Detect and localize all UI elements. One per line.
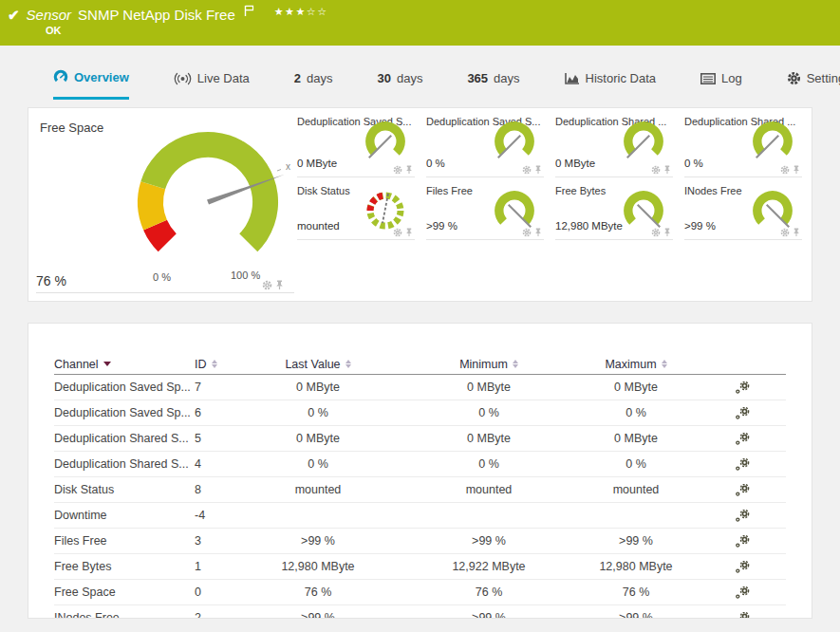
mini-gauge-dedup-saved-space[interactable]: Deduplication Saved S... 0 MByte [297,108,415,177]
free-space-gauge-value: 76 % [36,273,66,288]
cell-id: 3 [195,534,252,548]
table-row[interactable]: Downtime -4 [54,503,786,529]
gauge-gear-icon[interactable] [651,228,661,237]
table-row[interactable]: Deduplication Saved Sp... 7 0 MByte 0 MB… [54,375,786,400]
mini-gauge-dial [751,189,794,232]
tab-overview[interactable]: Overview [53,57,129,100]
column-header-last-value[interactable]: Last Value [252,358,384,371]
table-row[interactable]: Free Space 0 76 % 76 % 76 % [54,580,786,605]
channel-settings-icon[interactable] [735,381,750,394]
gauges-panel: Free Space x 0 % 100 % 76 % Deduplicatio… [28,107,812,302]
cell-last-value: 0 % [308,406,328,419]
column-header-minimum[interactable]: Minimum [384,358,593,371]
tab-live-data[interactable]: Live Data [174,57,250,100]
tab-2-days[interactable]: 2 days [294,57,333,100]
channel-settings-icon[interactable] [735,433,750,445]
table-row[interactable]: Deduplication Saved Sp... 6 0 % 0 % 0 % [54,400,786,426]
priority-stars[interactable]: ★★★☆☆ [274,6,328,18]
channel-settings-icon[interactable] [735,458,750,471]
gauge-pin-icon[interactable] [405,165,413,175]
column-header-id[interactable]: ID [195,358,252,371]
channel-settings-icon[interactable] [735,484,750,496]
column-header-channel[interactable]: Channel [54,358,195,371]
table-row[interactable]: Deduplication Shared S... 5 0 MByte 0 MB… [54,426,786,452]
cell-maximum: 0 MByte [614,432,658,445]
column-header-last-value-label: Last Value [285,358,340,371]
cell-channel[interactable]: Files Free [54,534,195,548]
mini-gauge-value: 0 % [684,158,703,169]
gauge-gear-icon[interactable] [393,228,402,237]
cell-channel[interactable]: Deduplication Saved Sp... [54,406,195,419]
cell-maximum: 12,980 MByte [599,560,672,573]
column-header-channel-label: Channel [54,358,99,371]
channel-settings-icon[interactable] [735,510,750,522]
cell-last-value: 76 % [305,586,332,599]
mini-gauge-dedup-shared-percent[interactable]: Deduplication Shared ... 0 % [684,108,802,177]
gauge-pin-icon[interactable] [793,165,800,175]
mini-gauge-inodes-free[interactable]: INodes Free >99 % [684,177,802,240]
mini-gauge-files-free[interactable]: Files Free >99 % [426,177,544,240]
cell-maximum: 0 MByte [614,381,658,394]
cell-channel[interactable]: Deduplication Shared S... [54,457,195,471]
gauge-pin-icon[interactable] [275,280,284,290]
cell-channel[interactable]: INodes Free [54,611,195,619]
tab-log[interactable]: Log [700,57,742,100]
mini-gauge-value: >99 % [684,220,716,232]
tab-historic-data[interactable]: Historic Data [565,57,656,100]
mini-gauge-disk-status[interactable]: Disk Status mounted [297,177,415,240]
gauge-pin-icon[interactable] [405,228,413,237]
mini-gauge-value: >99 % [426,220,457,232]
sensor-status-badge: OK [46,25,831,36]
stars-empty: ☆☆ [307,6,328,17]
free-space-gauge-panel[interactable]: Free Space x 0 % 100 % 76 % [28,108,297,301]
mini-gauge-value: 12,980 MByte [555,220,623,232]
column-header-maximum[interactable]: Maximum [593,358,679,371]
table-row[interactable]: Free Bytes 1 12,980 MByte 12,922 MByte 1… [54,554,786,580]
channel-settings-icon[interactable] [735,586,750,599]
table-row[interactable]: Deduplication Shared S... 4 0 % 0 % 0 % [54,452,786,477]
tab-365-days-number: 365 [467,71,488,85]
gauge-icon [53,69,68,84]
gauge-pin-icon[interactable] [663,165,671,175]
cell-channel[interactable]: Deduplication Shared S... [54,432,195,445]
channel-settings-icon[interactable] [735,407,750,419]
channel-settings-icon[interactable] [735,535,750,548]
channel-settings-icon[interactable] [735,612,750,620]
cell-last-value: mounted [295,483,342,496]
cell-id: 5 [195,432,252,445]
gauge-gear-icon[interactable] [780,165,790,175]
gauge-pin-icon[interactable] [663,228,671,237]
gauge-pin-icon[interactable] [534,165,542,175]
cell-id: 6 [195,406,252,419]
flag-icon[interactable] [244,4,254,21]
cell-channel[interactable]: Disk Status [54,483,195,496]
gauge-pin-icon[interactable] [793,228,800,237]
mini-gauge-value: mounted [297,220,340,232]
mini-gauge-free-bytes[interactable]: Free Bytes 12,980 MByte [555,177,673,240]
table-row[interactable]: Files Free 3 >99 % >99 % >99 % [54,529,786,554]
gauge-gear-icon[interactable] [393,165,402,175]
sort-both-icon [345,360,351,368]
gauge-pin-icon[interactable] [534,228,542,237]
cell-channel[interactable]: Free Bytes [54,560,195,573]
cell-channel[interactable]: Downtime [54,509,195,522]
table-row[interactable]: INodes Free 2 >99 % >99 % >99 % [54,605,786,619]
tab-30-days[interactable]: 30 days [377,57,422,100]
table-row[interactable]: Disk Status 8 mounted mounted mounted [54,477,786,503]
mini-gauge-dial [364,120,407,163]
gauge-gear-icon[interactable] [262,280,272,290]
mini-gauge-title: INodes Free [684,185,742,196]
cell-channel[interactable]: Free Space [54,586,195,599]
gauge-gear-icon[interactable] [780,228,790,237]
cell-minimum: >99 % [472,534,506,548]
gauge-gear-icon[interactable] [522,228,532,237]
mini-gauge-dedup-saved-percent[interactable]: Deduplication Saved S... 0 % [426,108,544,177]
gauge-gear-icon[interactable] [651,165,661,175]
gauge-gear-icon[interactable] [522,165,532,175]
cell-channel[interactable]: Deduplication Saved Sp... [54,381,195,394]
tab-settings[interactable]: Settings [787,57,840,100]
channel-settings-icon[interactable] [735,561,750,573]
cell-id: 8 [195,483,252,496]
mini-gauge-dedup-shared-space[interactable]: Deduplication Shared ... 0 MByte [555,108,673,177]
tab-365-days[interactable]: 365 days [467,57,519,100]
